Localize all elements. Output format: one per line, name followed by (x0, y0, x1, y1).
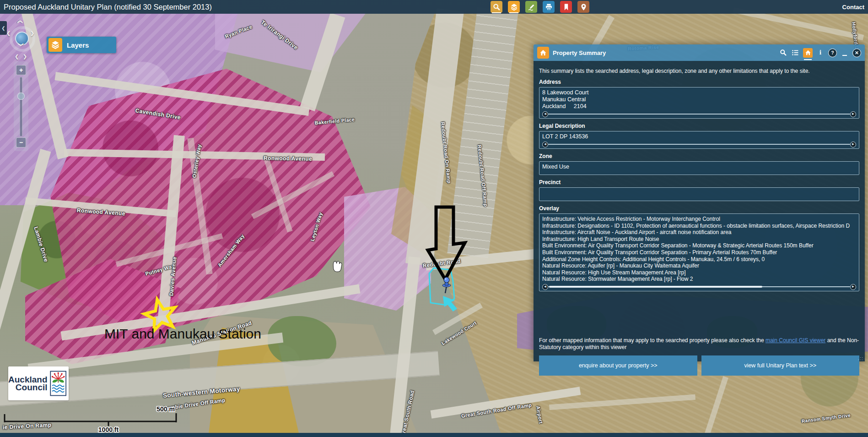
panel-body: This summary lists the searched address,… (534, 61, 865, 361)
overlay-item: Natural Resource: Aquifer [rp] - Manukau… (542, 262, 856, 269)
panel-list-icon[interactable] (791, 49, 799, 57)
panel-title: Property Summary (553, 49, 606, 56)
pencil-icon (528, 3, 535, 11)
layers-tool-button[interactable] (508, 1, 520, 13)
scrollbar-track[interactable] (548, 114, 850, 115)
collapse-panel-tab[interactable]: ❮ (0, 21, 7, 35)
panel-search-icon[interactable] (779, 49, 787, 57)
overlay-item: Natural Resource: Stormwater Management … (542, 276, 856, 283)
overlay-item: Infrastructure: High Land Transport Rout… (542, 236, 856, 243)
overlay-item: Infrastructure: Vehicle Access Restricti… (542, 216, 856, 223)
scroll-right-icon[interactable]: ► (850, 142, 856, 147)
contact-link[interactable]: Contact (842, 0, 864, 14)
logo-text: Auckland Council (8, 376, 48, 391)
scale-metric-label: 500 m (156, 405, 175, 413)
overlay-list: Infrastructure: Vehicle Access Restricti… (542, 216, 856, 283)
panel-close-icon[interactable]: ✕ (852, 49, 861, 57)
address-line: Manukau Central (542, 96, 856, 103)
horizontal-scrollbar[interactable]: ◄ ► (542, 111, 856, 117)
scroll-left-icon[interactable]: ◄ (542, 284, 548, 290)
precinct-box (539, 187, 859, 201)
road-label: ie Drive On Ramp (3, 421, 52, 431)
draw-tool-button[interactable] (525, 1, 537, 13)
panel-info-icon[interactable]: i (816, 49, 825, 57)
zone-box: Mixed Use (539, 161, 859, 175)
scroll-left-icon[interactable]: ◄ (542, 111, 548, 117)
scale-bar: 500 m 1000 ft (4, 405, 187, 434)
map-navigation-control: ❮ ❮ ❯ ❮ ❮ ❯ + − (5, 20, 38, 148)
overlay-item: Natural Resource: High Use Stream Manage… (542, 269, 856, 276)
address-line: Auckland 2104 (542, 103, 856, 110)
overlay-item: Infrastructure: Designations - ID 1102, … (542, 223, 856, 229)
overlay-heading: Overlay (539, 205, 859, 212)
scroll-right-icon[interactable]: ► (850, 111, 856, 117)
annotation-text: MIT and Manukau Station (104, 326, 261, 342)
note-text: For other mapped information that may ap… (539, 337, 766, 344)
scrollbar-thumb[interactable] (549, 286, 762, 288)
overlay-box: Infrastructure: Vehicle Access Restricti… (539, 213, 859, 291)
bookmark-icon (562, 3, 570, 11)
pan-down-icon[interactable]: ❮ (18, 43, 23, 47)
panel-minimize-icon[interactable] (841, 49, 849, 57)
panel-intro-text: This summary lists the searched address,… (539, 68, 859, 74)
gis-viewer-link[interactable]: main Council GIS viewer (766, 337, 825, 344)
toolbar (491, 1, 589, 13)
next-extent-icon[interactable]: ❯ (23, 54, 27, 59)
enquire-property-button[interactable]: enquire about your property >> (539, 355, 697, 376)
app-window: Te Irirangi DriveRyan PlaceCavendish Dri… (0, 0, 868, 437)
scroll-left-icon[interactable]: ◄ (542, 142, 548, 147)
horizontal-scrollbar[interactable]: ◄ ► (542, 142, 856, 147)
zone-heading: Zone (539, 153, 859, 159)
overlay-item: Built Environment: Air Quality Transport… (542, 242, 856, 249)
bookmark-tool-button[interactable] (560, 1, 572, 13)
legal-description-value: LOT 2 DP 143536 (542, 133, 856, 140)
council-emblem-icon (50, 369, 66, 398)
property-summary-panel: Property Summary i (534, 44, 865, 361)
overlay-item: Infrastructure: Aircraft Noise - Aucklan… (542, 229, 856, 236)
overlay-item: Additional Zone Height Controls: Additio… (542, 256, 856, 263)
layers-icon (49, 38, 62, 52)
panel-home-icon[interactable] (803, 48, 813, 58)
scroll-right-icon[interactable]: ► (850, 284, 856, 290)
map-pin-icon (580, 3, 588, 11)
panel-help-icon[interactable]: ? (828, 49, 837, 57)
panel-buttons: enquire about your property >> view full… (539, 355, 859, 376)
printer-icon (545, 3, 553, 11)
app-title: Proposed Auckland Unitary Plan (notified… (0, 3, 212, 11)
zoom-slider-track[interactable] (20, 77, 22, 137)
zoom-out-button[interactable]: − (16, 137, 26, 147)
top-bar: Proposed Auckland Unitary Plan (notified… (0, 0, 868, 14)
auckland-council-logo: Auckland Council (8, 366, 69, 400)
layers-icon (510, 3, 518, 11)
scrollbar-track[interactable] (548, 144, 850, 145)
zone-value: Mixed Use (542, 164, 856, 170)
mouse-cursor-icon (333, 261, 342, 272)
search-tool-button[interactable] (491, 1, 502, 13)
legal-description-heading: Legal Description (539, 123, 859, 129)
zoom-slider-thumb[interactable] (17, 93, 25, 100)
panel-header[interactable]: Property Summary i (534, 44, 865, 61)
address-heading: Address (539, 79, 859, 85)
precinct-heading: Precinct (539, 179, 859, 186)
locate-tool-button[interactable] (577, 1, 589, 13)
property-summary-icon (537, 47, 549, 59)
search-icon (493, 3, 501, 11)
pan-left-icon[interactable]: ❮ (6, 31, 11, 36)
address-line: 8 Lakewood Court (542, 89, 856, 96)
view-plan-text-button[interactable]: view full Unitary Plan text >> (701, 355, 860, 376)
panel-toolbar: i ? ✕ (779, 48, 861, 58)
panel-footer-note: For other mapped information that may ap… (539, 337, 859, 351)
pan-right-icon[interactable]: ❯ (30, 31, 34, 36)
panel-resize-handle[interactable] (858, 355, 863, 361)
legal-description-box: LOT 2 DP 143536 ◄ ► (539, 131, 859, 149)
layers-button[interactable]: Layers (47, 37, 116, 53)
horizontal-scrollbar[interactable]: ◄ ► (542, 284, 856, 290)
layers-button-label: Layers (67, 41, 89, 49)
print-tool-button[interactable] (543, 1, 555, 13)
overlay-item: Built Environment: Air Quality Transport… (542, 249, 856, 256)
pan-up-icon[interactable]: ❮ (18, 20, 23, 24)
zoom-in-button[interactable]: + (16, 65, 26, 75)
scale-imperial-label: 1000 ft (98, 426, 119, 433)
address-box: 8 Lakewood Court Manukau Central Aucklan… (539, 87, 859, 119)
prev-extent-icon[interactable]: ❮ (15, 54, 19, 59)
